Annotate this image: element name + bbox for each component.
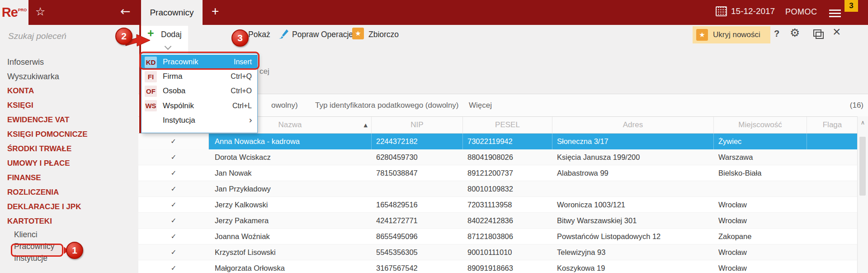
date-picker[interactable]: 15-12-2017 xyxy=(716,6,775,16)
table-row[interactable]: ✓Krzysztof Lisowski554535630590010111010… xyxy=(138,244,858,260)
close-icon[interactable]: × xyxy=(833,24,841,39)
table-row[interactable]: ✓Jan Nowak781503884789121200737Alabastro… xyxy=(138,165,858,181)
cell-name: Jan Przykładowy xyxy=(209,181,372,197)
edit-button[interactable]: Popraw xyxy=(292,30,319,39)
cell-address: Woronicza 1003/121 xyxy=(552,197,714,213)
cell-name: Jerzy Pakamera xyxy=(209,213,372,229)
cell-nip: 5545356305 xyxy=(372,244,463,260)
sidebar-item-środki-trwałe[interactable]: ŚRODKI TRWAŁE xyxy=(0,142,138,156)
new-tab-button[interactable]: + xyxy=(212,4,219,19)
cell-nip: 4241272771 xyxy=(372,213,463,229)
cell-address: Bitwy Warszawskiej 301 xyxy=(552,213,714,229)
sidebar-item-konta[interactable]: KONTA xyxy=(0,84,138,98)
description-fragment: cej xyxy=(259,67,269,76)
cell-check: ✓ xyxy=(138,134,209,149)
col-header-label: Adres xyxy=(623,120,643,129)
hide-news-button[interactable]: ★ Ukryj nowości xyxy=(693,26,770,43)
sidebar-item-księgi-pomocnicze[interactable]: KSIĘGI POMOCNICZE xyxy=(0,127,138,142)
cell-pesel: 84022412836 xyxy=(463,213,552,229)
logo-text: Re xyxy=(2,5,18,20)
sidebar-item-księgi[interactable]: KSIĘGI xyxy=(0,98,138,113)
cell-city: Zakopane xyxy=(714,229,807,244)
news-star-icon: ★ xyxy=(696,29,708,41)
sidebar-item-wyszukiwarka[interactable]: Wyszukiwarka xyxy=(0,69,138,84)
col-header-miejscowość[interactable]: Miejscowość xyxy=(714,117,807,133)
scrollbar-thumb[interactable] xyxy=(859,137,866,196)
cell-check: ✓ xyxy=(138,260,209,273)
tab-pracownicy[interactable]: Pracownicy xyxy=(141,0,203,25)
help-question-button[interactable]: ? xyxy=(774,29,779,39)
sidebar-item-infoserwis[interactable]: Infoserwis xyxy=(0,55,138,69)
bulk-button[interactable]: Zbiorczo xyxy=(368,30,399,39)
cell-address: Powstańców Listopadowych 12 xyxy=(552,229,714,244)
col-header-label: NIP xyxy=(410,120,423,129)
cell-city: Żywiec xyxy=(714,134,807,149)
cell-address: Koszykowa 19 xyxy=(552,260,714,273)
menu-item-badge: WS xyxy=(145,100,157,111)
cell-check: ✓ xyxy=(138,149,209,165)
vertical-scrollbar[interactable]: ∧ xyxy=(857,116,868,273)
menu-item-instytucja[interactable]: Instytucja› xyxy=(142,113,257,128)
table-row[interactable]: ✓Jerzy Kalkowski165482951672031113958Wor… xyxy=(138,197,858,213)
col-header-label: Nazwa xyxy=(278,120,302,129)
cell-nip: 7815038847 xyxy=(372,165,463,181)
table-row[interactable]: ✓Joanna Woźniak865549509687121803806Pows… xyxy=(138,229,858,244)
sidebar-item-finanse[interactable]: FINANSE xyxy=(0,171,138,185)
scroll-up-icon[interactable]: ∧ xyxy=(858,119,868,126)
filter-kind-fragment[interactable]: owolny) xyxy=(271,101,298,110)
cell-city: Warszawa xyxy=(714,149,807,165)
menu-item-firma[interactable]: FIFirmaCtrl+Q xyxy=(142,69,257,84)
cell-city: Wrocław xyxy=(714,197,807,213)
menu-item-badge: OF xyxy=(145,86,157,97)
cell-pesel: 90010111010 xyxy=(463,244,552,260)
menu-item-osoba[interactable]: OFOsobaCtrl+O xyxy=(142,84,257,98)
cell-pesel: 80010109832 xyxy=(463,181,552,197)
table-row[interactable]: ✓Małgorzata Orłowska31675675428909191866… xyxy=(138,260,858,273)
col-header-flaga[interactable]: Flaga xyxy=(807,117,858,133)
sidebar-item-umowy-i-płace[interactable]: UMOWY I PŁACE xyxy=(0,156,138,171)
table-row[interactable]: ✓Anna Nowacka - kadrowa22443721827302211… xyxy=(138,134,858,149)
sort-asc-icon: ▲ xyxy=(364,122,368,128)
cell-name: Jan Nowak xyxy=(209,165,372,181)
operations-button[interactable]: Operacje xyxy=(321,30,353,39)
cell-pesel: 73022119942 xyxy=(463,134,552,149)
table-row[interactable]: ✓Dorota Wciskacz628045973088041908026Ksi… xyxy=(138,149,858,165)
favorites-star-icon[interactable]: ☆ xyxy=(35,5,45,18)
col-header-nip[interactable]: NIP xyxy=(372,117,463,133)
sidebar-item-klienci[interactable]: Klienci xyxy=(0,229,138,240)
sidebar-item-kartoteki[interactable]: KARTOTEKI xyxy=(0,214,138,229)
filter-tax-id-type[interactable]: Typ identyfikatora podatkowego (dowolny) xyxy=(315,101,459,110)
cell-city: Wrocław xyxy=(714,213,807,229)
employees-table: ✓Anna Nowacka - kadrowa22443721827302211… xyxy=(138,134,858,273)
show-button[interactable]: Pokaż xyxy=(248,30,270,39)
cell-city: Wrocław xyxy=(714,260,807,273)
restore-window-icon[interactable] xyxy=(816,32,824,39)
table-row[interactable]: ✓Jan Przykładowy80010109832 xyxy=(138,181,858,197)
logo-pro: PRO xyxy=(18,8,27,12)
cell-name: Anna Nowacka - kadrowa xyxy=(209,134,372,149)
sidebar-item-deklaracje-i-jpk[interactable]: DEKLARACJE I JPK xyxy=(0,200,138,214)
cell-city: Wrocław xyxy=(714,244,807,260)
hide-news-label: Ukryj nowości xyxy=(713,30,760,39)
menu-item-wspólnik[interactable]: WSWspólnikCtrl+L xyxy=(142,99,257,113)
filter-more-button[interactable]: Więcej xyxy=(469,101,492,110)
current-date: 15-12-2017 xyxy=(731,6,775,16)
sidebar-item-rozliczenia[interactable]: ROZLICZENIA xyxy=(0,185,138,200)
col-header-adres[interactable]: Adres xyxy=(552,117,714,133)
table-row[interactable]: ✓Jerzy Pakamera424127277184022412836Bitw… xyxy=(138,213,858,229)
sidebar-item-ewidencje-vat[interactable]: EWIDENCJE VAT xyxy=(0,113,138,127)
col-header-pesel[interactable]: PESEL xyxy=(463,117,552,133)
command-search-input[interactable] xyxy=(7,31,108,42)
settings-gear-icon[interactable]: ⚙ xyxy=(790,26,800,39)
cell-nip: 3167567542 xyxy=(372,260,463,273)
add-button[interactable]: Dodaj xyxy=(161,30,182,39)
cell-check: ✓ xyxy=(138,197,209,213)
edit-brush-icon xyxy=(278,28,289,40)
back-arrow-icon[interactable]: ← xyxy=(120,4,131,18)
annotation-step-1: 1 xyxy=(66,242,83,259)
help-menu[interactable]: POMOC xyxy=(785,7,817,17)
annotation-step-2: 2 xyxy=(115,28,132,45)
hamburger-menu-icon[interactable] xyxy=(829,8,841,19)
cell-nip xyxy=(372,181,463,197)
bulk-star-icon[interactable]: ★ xyxy=(352,28,364,39)
